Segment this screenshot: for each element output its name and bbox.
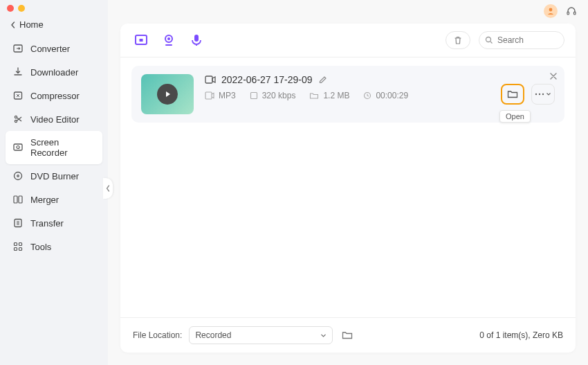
svg-rect-19 [140, 39, 143, 42]
duration-value: 00:00:29 [376, 91, 408, 100]
meta-bitrate: 320 kbps [250, 91, 296, 100]
bitrate-icon [250, 91, 258, 100]
nav-converter[interactable]: Converter [6, 37, 102, 60]
play-button[interactable] [157, 84, 178, 105]
headset-icon [566, 6, 577, 17]
file-title: 2022-06-27 17-29-09 [221, 74, 313, 85]
nav-transfer[interactable]: Transfer [6, 211, 102, 235]
file-location-label: File Location: [133, 330, 182, 340]
webcam-icon [161, 33, 176, 48]
open-tooltip: Open [499, 110, 531, 123]
chevron-down-icon [320, 332, 327, 339]
nav-label: Merger [30, 195, 59, 205]
nav-video-editor[interactable]: Video Editor [6, 107, 102, 131]
record-icon [12, 142, 24, 153]
nav-label: Video Editor [30, 114, 80, 125]
svg-point-7 [17, 175, 19, 177]
svg-point-28 [535, 94, 537, 95]
svg-rect-25 [205, 92, 212, 99]
footer: File Location: Recorded 0 of 1 item(s), … [120, 317, 576, 353]
file-location-value: Recorded [195, 330, 231, 340]
nav-label: Converter [30, 44, 70, 54]
nav-label: Screen Recorder [30, 137, 95, 158]
svg-rect-26 [250, 93, 257, 99]
svg-rect-8 [14, 196, 17, 203]
user-avatar-button[interactable] [544, 4, 558, 18]
status-text: 0 of 1 item(s), Zero KB [479, 330, 563, 340]
scissors-icon [12, 114, 24, 125]
minimize-window-button[interactable] [18, 5, 25, 12]
converter-icon [12, 43, 24, 54]
chevron-left-icon [10, 21, 17, 28]
home-link[interactable]: Home [0, 12, 108, 37]
bitrate-value: 320 kbps [262, 91, 296, 100]
svg-rect-22 [194, 35, 199, 42]
record-screen-button[interactable] [131, 30, 151, 50]
file-title-row: 2022-06-27 17-29-09 [205, 74, 490, 85]
nav-list: Converter Downloader Compressor Video Ed… [0, 37, 108, 258]
compress-icon [12, 90, 24, 101]
svg-rect-12 [19, 243, 22, 246]
chevron-left-icon [105, 185, 111, 192]
video-icon [205, 75, 216, 84]
home-label: Home [19, 19, 44, 30]
svg-point-15 [549, 8, 553, 12]
support-button[interactable] [564, 4, 578, 18]
svg-point-30 [542, 94, 544, 95]
grid-icon [12, 241, 24, 252]
nav-dvd-burner[interactable]: DVD Burner [6, 164, 102, 188]
search-field[interactable] [479, 31, 564, 49]
transfer-icon [12, 217, 24, 229]
file-list: 2022-06-27 17-29-09 MP3 320 kbps [120, 57, 576, 317]
svg-rect-17 [574, 12, 576, 15]
svg-point-6 [15, 172, 22, 180]
nav-label: Compressor [30, 91, 80, 101]
search-icon [485, 36, 493, 44]
file-thumbnail[interactable] [141, 74, 194, 114]
nav-downloader[interactable]: Downloader [6, 60, 102, 84]
nav-label: Transfer [30, 218, 64, 229]
record-webcam-button[interactable] [159, 30, 178, 50]
svg-rect-14 [19, 248, 22, 251]
folder-icon [507, 89, 518, 99]
file-card: 2022-06-27 17-29-09 MP3 320 kbps [131, 66, 564, 123]
panel-toolbar [120, 24, 576, 57]
close-window-button[interactable] [7, 5, 14, 12]
nav-label: DVD Burner [30, 171, 79, 181]
svg-point-29 [539, 94, 540, 95]
open-location-button[interactable] [501, 84, 524, 105]
file-meta: MP3 320 kbps 1.2 MB 00:00:29 [205, 91, 490, 100]
play-icon [163, 90, 172, 98]
file-info: 2022-06-27 17-29-09 MP3 320 kbps [205, 74, 490, 114]
svg-rect-24 [205, 76, 212, 83]
format-icon [205, 91, 214, 100]
topbar [108, 0, 588, 19]
nav-merger[interactable]: Merger [6, 188, 102, 211]
svg-rect-9 [19, 196, 22, 203]
nav-tools[interactable]: Tools [6, 235, 102, 258]
browse-folder-button[interactable] [340, 328, 355, 343]
svg-rect-11 [15, 243, 17, 246]
user-icon [546, 6, 555, 16]
chevron-down-icon [546, 91, 551, 97]
sidebar: Home Converter Downloader Compressor Vid… [0, 0, 108, 365]
delete-button[interactable] [445, 31, 470, 49]
nav-compressor[interactable]: Compressor [6, 84, 102, 107]
merge-icon [12, 194, 24, 205]
meta-size: 1.2 MB [309, 91, 349, 100]
ellipsis-icon [535, 93, 544, 96]
meta-format: MP3 [205, 91, 236, 100]
collapse-sidebar-button[interactable] [103, 178, 113, 199]
svg-point-21 [167, 37, 170, 40]
svg-rect-16 [567, 12, 569, 15]
edit-icon[interactable] [318, 75, 328, 84]
search-input[interactable] [497, 35, 553, 45]
file-actions: Open [501, 74, 555, 114]
record-audio-button[interactable] [187, 30, 206, 50]
nav-screen-recorder[interactable]: Screen Recorder [6, 131, 102, 164]
more-actions-button[interactable] [531, 84, 555, 105]
file-location-select[interactable]: Recorded [189, 326, 333, 344]
svg-rect-4 [14, 144, 22, 150]
clock-icon [363, 91, 371, 100]
download-icon [12, 66, 24, 78]
